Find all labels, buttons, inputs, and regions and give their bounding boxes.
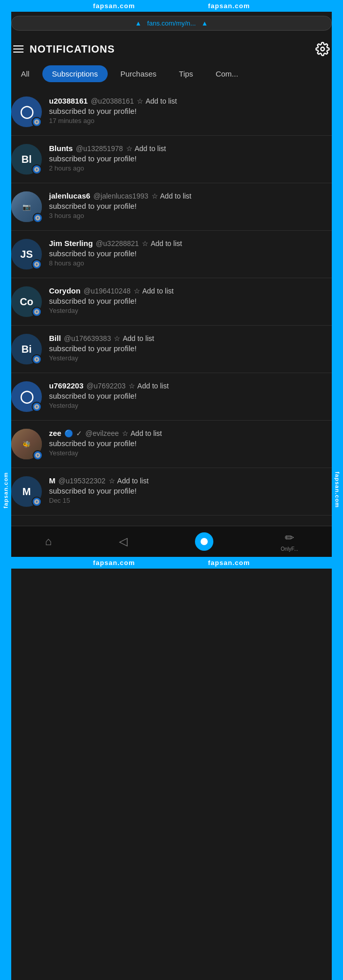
watermark-side-right: fapsan.com xyxy=(332,0,343,980)
tab-all[interactable]: All xyxy=(11,65,39,82)
notif-name[interactable]: M xyxy=(49,476,56,485)
gear-icon[interactable] xyxy=(315,42,330,56)
tab-purchases[interactable]: Purchases xyxy=(111,65,166,82)
notif-handle: @u196410248 xyxy=(84,287,131,295)
avatar[interactable]: Bl xyxy=(11,144,42,175)
avatar-initials: Co xyxy=(20,296,34,308)
avatar-initials: Bl xyxy=(21,154,32,165)
avatar[interactable]: 📷 xyxy=(11,191,42,222)
avatar[interactable]: Co xyxy=(11,286,42,317)
star-icon: ☆ xyxy=(126,144,133,153)
verified-icon: 🔵 xyxy=(64,429,73,437)
add-to-list-btn[interactable]: ☆ Add to list xyxy=(137,97,177,105)
notif-handle: @u20388161 xyxy=(91,97,134,105)
dot-icon xyxy=(201,538,208,545)
notif-name[interactable]: Blunts xyxy=(49,144,73,153)
star-icon: ☆ xyxy=(152,192,158,200)
bottom-nav-back[interactable]: ◁ xyxy=(119,535,128,548)
avatar-initials: M xyxy=(22,486,31,498)
watermark-bottom: fapsan.com fapsan.com xyxy=(0,557,343,569)
bottom-nav-home-btn[interactable] xyxy=(195,532,213,551)
notif-text: subscribed to your profile! xyxy=(49,154,332,163)
bottom-nav-home[interactable]: ⌂ xyxy=(45,535,52,548)
notif-name[interactable]: Jim Sterling xyxy=(49,239,93,248)
star-icon: ☆ xyxy=(109,477,115,485)
notif-content: jalenlucas6 @jalenlucas1993 ☆ Add to lis… xyxy=(49,191,332,219)
add-to-list-btn[interactable]: ☆ Add to list xyxy=(134,287,174,295)
page-title: NOTIFICATIONS xyxy=(30,43,115,55)
notification-item: Co Corydon @u196410248 ☆ Add to list sub… xyxy=(11,278,332,326)
notif-text: subscribed to your profile! xyxy=(49,439,332,448)
avatar-sub-icon xyxy=(32,354,42,364)
avatar-sub-icon xyxy=(32,259,42,270)
notif-name[interactable]: Bill xyxy=(49,334,61,342)
notif-time: 2 hours ago xyxy=(49,164,332,172)
notif-text: subscribed to your profile! xyxy=(49,202,332,210)
watermark-side-left: fapsan.com xyxy=(0,0,11,980)
notif-text: subscribed to your profile! xyxy=(49,249,332,258)
notif-handle: @u32288821 xyxy=(96,239,139,248)
notif-content: M @u195322302 ☆ Add to list subscribed t… xyxy=(49,476,332,504)
avatar-initials: JS xyxy=(20,249,33,260)
notif-handle: @u176639383 xyxy=(64,334,111,342)
notif-time: 17 minutes ago xyxy=(49,117,332,125)
add-to-list-btn[interactable]: ☆ Add to list xyxy=(126,144,166,153)
notification-item: M M @u195322302 ☆ Add to list subscribed… xyxy=(11,468,332,516)
notif-name[interactable]: u7692203 xyxy=(49,381,84,390)
notification-item: JS Jim Sterling @u32288821 ☆ Add to list… xyxy=(11,231,332,278)
bottom-nav-create[interactable]: ✏ OnlyF... xyxy=(281,531,298,552)
notif-name[interactable]: jalenlucas6 xyxy=(49,191,90,200)
notification-item: Bi Bill @u176639383 ☆ Add to list subscr… xyxy=(11,326,332,373)
avatar[interactable]: M xyxy=(11,476,42,507)
notif-name[interactable]: u20388161 xyxy=(49,96,88,105)
svg-point-0 xyxy=(321,47,325,51)
avatar-sub-icon xyxy=(33,213,43,223)
notification-item: 📷 jalenlucas6 @jalenlucas1993 ☆ Add to l… xyxy=(11,183,332,231)
notif-content: Jim Sterling @u32288821 ☆ Add to list su… xyxy=(49,239,332,267)
avatar-sub-icon xyxy=(32,307,42,317)
notif-handle: @u132851978 xyxy=(76,144,123,153)
notif-name[interactable]: zee xyxy=(49,429,61,437)
create-icon: ✏ xyxy=(285,531,294,545)
notif-handle: @jalenlucas1993 xyxy=(93,192,149,200)
notif-text: subscribed to your profile! xyxy=(49,107,332,115)
add-to-list-btn[interactable]: ☆ Add to list xyxy=(122,429,162,437)
notif-time: Yesterday xyxy=(49,354,332,362)
hamburger-menu[interactable] xyxy=(13,45,23,53)
notif-content: Bill @u176639383 ☆ Add to list subscribe… xyxy=(49,334,332,362)
notif-handle: @u7692203 xyxy=(87,382,126,390)
notif-time: Yesterday xyxy=(49,449,332,457)
notif-handle: @u195322302 xyxy=(59,477,106,485)
add-to-list-btn[interactable]: ☆ Add to list xyxy=(152,192,191,200)
notification-item: Bl Blunts @u132851978 ☆ Add to list subs… xyxy=(11,136,332,183)
notif-time: Dec 15 xyxy=(49,497,332,504)
url-text: ▲ fans.com/my/n... ▲ xyxy=(135,19,208,27)
add-to-list-btn[interactable]: ☆ Add to list xyxy=(129,382,168,390)
add-to-list-btn[interactable]: ☆ Add to list xyxy=(114,334,154,342)
url-bar[interactable]: ▲ fans.com/my/n... ▲ xyxy=(11,16,332,31)
add-to-list-btn[interactable]: ☆ Add to list xyxy=(109,477,149,485)
notif-content: u20388161 @u20388161 ☆ Add to list subsc… xyxy=(49,96,332,125)
tab-tips[interactable]: Tips xyxy=(169,65,203,82)
avatar-initials: ◯ xyxy=(20,105,34,119)
avatar-sub-icon xyxy=(32,402,42,412)
watermark-top: fapsan.com fapsan.com xyxy=(0,0,343,12)
header: NOTIFICATIONS xyxy=(11,35,332,61)
notif-time: 3 hours ago xyxy=(49,212,332,219)
avatar[interactable]: ◯ xyxy=(11,96,42,127)
tab-subscriptions[interactable]: Subscriptions xyxy=(42,65,108,82)
star-icon: ☆ xyxy=(114,334,120,342)
avatar[interactable]: 🐝 xyxy=(11,429,42,459)
bottom-nav: ⌂ ◁ ✏ OnlyF... xyxy=(11,526,332,557)
check-icon: ✓ xyxy=(76,429,82,437)
tab-comments[interactable]: Com... xyxy=(206,65,248,82)
avatar[interactable]: Bi xyxy=(11,334,42,364)
avatar[interactable]: ◯ xyxy=(11,381,42,412)
avatar-sub-icon xyxy=(32,164,42,175)
notif-content: u7692203 @u7692203 ☆ Add to list subscri… xyxy=(49,381,332,409)
add-to-list-btn[interactable]: ☆ Add to list xyxy=(142,239,182,248)
notif-content: zee 🔵 ✓ @evilzeee ☆ Add to list subscrib… xyxy=(49,429,332,457)
notif-name[interactable]: Corydon xyxy=(49,286,81,295)
avatar[interactable]: JS xyxy=(11,239,42,270)
of-label: OnlyF... xyxy=(281,546,298,552)
